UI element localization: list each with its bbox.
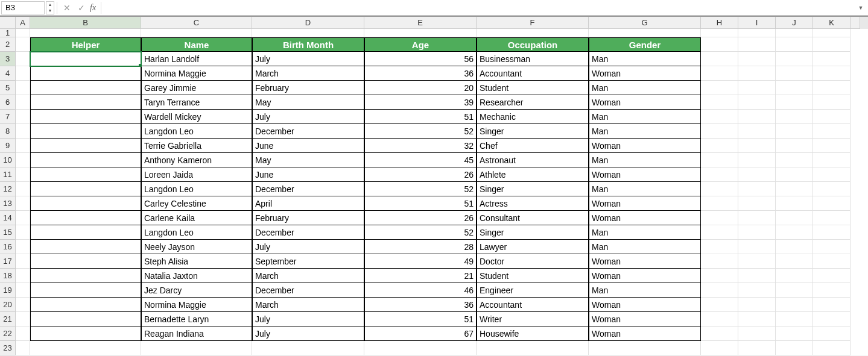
col-header-I[interactable]: I (738, 17, 776, 28)
cell-I6[interactable] (738, 95, 776, 110)
cell-H14[interactable] (701, 211, 738, 225)
cell-K7[interactable] (813, 110, 851, 124)
cell-F1[interactable] (477, 29, 589, 37)
scroll-right-indicator[interactable] (860, 17, 868, 29)
col-header-A[interactable]: A (16, 17, 30, 28)
cell-A20[interactable] (16, 298, 30, 312)
cell-J9[interactable] (776, 139, 813, 153)
cell-C3[interactable]: Harlan Landolf (141, 52, 252, 66)
row-header-4[interactable]: 4 (0, 66, 16, 81)
cell-G22[interactable]: Woman (589, 326, 701, 341)
cell-C11[interactable]: Loreen Jaida (141, 167, 252, 182)
cell-H10[interactable] (701, 153, 738, 167)
cell-F19[interactable]: Engineer (477, 283, 589, 298)
cell-J16[interactable] (776, 240, 813, 254)
cell-E13[interactable]: 51 (364, 196, 477, 211)
cell-H5[interactable] (701, 81, 738, 95)
cell-C7[interactable]: Wardell Mickey (141, 110, 252, 124)
cell-E4[interactable]: 36 (364, 66, 477, 81)
cell-A19[interactable] (16, 283, 30, 298)
row-header-3[interactable]: 3 (0, 52, 16, 66)
cell-G11[interactable]: Woman (589, 167, 701, 182)
cell-A18[interactable] (16, 269, 30, 283)
cell-D17[interactable]: September (252, 254, 364, 269)
cell-A8[interactable] (16, 124, 30, 139)
cell-B3[interactable] (30, 52, 141, 66)
formula-input[interactable] (104, 1, 857, 14)
col-header-H[interactable]: H (701, 17, 738, 28)
cell-A10[interactable] (16, 153, 30, 167)
col-header-J[interactable]: J (776, 17, 813, 28)
row-header-16[interactable]: 16 (0, 240, 16, 254)
row-header-20[interactable]: 20 (0, 298, 16, 312)
row-header-1[interactable]: 1 (0, 29, 16, 37)
cell-F4[interactable]: Accountant (477, 66, 589, 81)
cell-D4[interactable]: March (252, 66, 364, 81)
cell-E20[interactable]: 36 (364, 298, 477, 312)
cell-E17[interactable]: 49 (364, 254, 477, 269)
cell-I4[interactable] (738, 66, 776, 81)
cell-I18[interactable] (738, 269, 776, 283)
row-header-11[interactable]: 11 (0, 167, 16, 182)
cell-G5[interactable]: Man (589, 81, 701, 95)
cell-B21[interactable] (30, 312, 141, 326)
cell-J1[interactable] (776, 29, 813, 37)
cell-G2[interactable]: Gender (589, 37, 701, 52)
cell-I14[interactable] (738, 211, 776, 225)
row-header-18[interactable]: 18 (0, 269, 16, 283)
cell-H4[interactable] (701, 66, 738, 81)
cell-G15[interactable]: Man (589, 225, 701, 240)
row-header-2[interactable]: 2 (0, 37, 16, 52)
cell-D9[interactable]: June (252, 139, 364, 153)
cell-G21[interactable]: Woman (589, 312, 701, 326)
cell-E2[interactable]: Age (364, 37, 477, 52)
cell-J17[interactable] (776, 254, 813, 269)
cell-B14[interactable] (30, 211, 141, 225)
cell-J23[interactable] (776, 341, 813, 355)
cell-D1[interactable] (252, 29, 364, 37)
cell-I10[interactable] (738, 153, 776, 167)
cell-E22[interactable]: 67 (364, 326, 477, 341)
cell-I8[interactable] (738, 124, 776, 139)
cell-B22[interactable] (30, 326, 141, 341)
cell-D23[interactable] (252, 341, 364, 355)
cell-G13[interactable]: Woman (589, 196, 701, 211)
formula-expand-icon[interactable]: ▼ (857, 5, 868, 11)
cell-J8[interactable] (776, 124, 813, 139)
cell-A4[interactable] (16, 66, 30, 81)
cell-C2[interactable]: Name (141, 37, 252, 52)
cell-C12[interactable]: Langdon Leo (141, 182, 252, 196)
cell-G8[interactable]: Man (589, 124, 701, 139)
cell-G14[interactable]: Woman (589, 211, 701, 225)
cell-B20[interactable] (30, 298, 141, 312)
cell-E11[interactable]: 26 (364, 167, 477, 182)
cell-I22[interactable] (738, 326, 776, 341)
cell-F16[interactable]: Lawyer (477, 240, 589, 254)
cell-K13[interactable] (813, 196, 851, 211)
cell-C6[interactable]: Taryn Terrance (141, 95, 252, 110)
cell-C23[interactable] (141, 341, 252, 355)
stepper-down-icon[interactable]: ▼ (46, 8, 54, 14)
cell-J6[interactable] (776, 95, 813, 110)
cell-B1[interactable] (30, 29, 141, 37)
cell-B13[interactable] (30, 196, 141, 211)
cell-J4[interactable] (776, 66, 813, 81)
cell-G7[interactable]: Man (589, 110, 701, 124)
cell-C1[interactable] (141, 29, 252, 37)
cell-J12[interactable] (776, 182, 813, 196)
cell-H9[interactable] (701, 139, 738, 153)
cell-K22[interactable] (813, 326, 851, 341)
cell-K14[interactable] (813, 211, 851, 225)
cell-B19[interactable] (30, 283, 141, 298)
cell-A3[interactable] (16, 52, 30, 66)
cell-A14[interactable] (16, 211, 30, 225)
cell-I1[interactable] (738, 29, 776, 37)
cell-K8[interactable] (813, 124, 851, 139)
cell-D7[interactable]: July (252, 110, 364, 124)
row-header-8[interactable]: 8 (0, 124, 16, 139)
name-box[interactable] (1, 1, 45, 14)
cell-K18[interactable] (813, 269, 851, 283)
cell-B5[interactable] (30, 81, 141, 95)
cell-E3[interactable]: 56 (364, 52, 477, 66)
cell-A15[interactable] (16, 225, 30, 240)
